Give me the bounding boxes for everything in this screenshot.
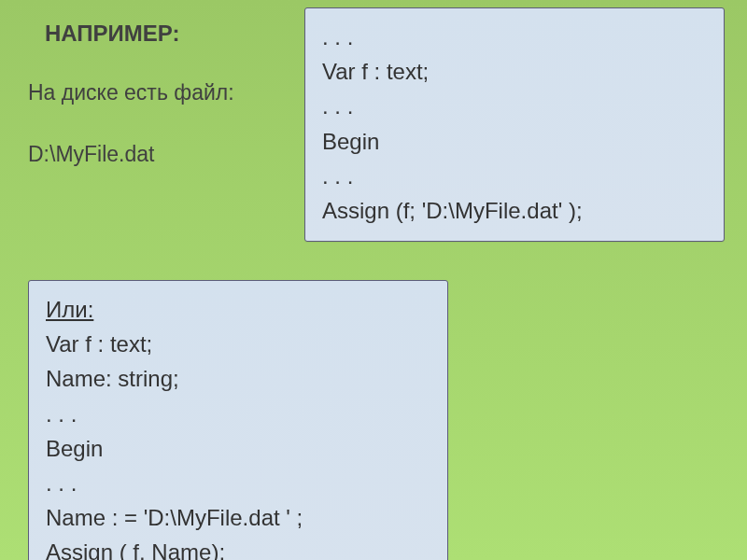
code-example-bottom: Или: Var f : text; Name: string; . . . B…	[28, 280, 448, 560]
code-line: . . .	[322, 89, 707, 123]
code-line-heading: Или:	[46, 292, 430, 327]
code-line: Name : = 'D:\MyFile.dat ' ;	[46, 500, 430, 535]
header-label: НАПРИМЕР:	[45, 21, 180, 47]
file-path-label: D:\MyFile.dat	[28, 142, 154, 167]
code-line: . . .	[322, 159, 707, 193]
code-line: . . .	[46, 466, 430, 500]
sub-label: На диске есть файл:	[28, 80, 234, 105]
code-line: Assign ( f, Name);	[46, 535, 430, 560]
code-line: . . .	[322, 20, 707, 54]
code-line: Name: string;	[46, 361, 430, 396]
code-line: Var f : text;	[322, 54, 707, 89]
code-line: Assign (f; 'D:\MyFile.dat' );	[322, 193, 707, 228]
code-example-top: . . . Var f : text; . . . Begin . . . As…	[304, 7, 725, 242]
code-line: Var f : text;	[46, 327, 430, 361]
code-line: Begin	[322, 124, 707, 159]
code-line: Begin	[46, 431, 430, 466]
code-line: . . .	[46, 397, 430, 431]
